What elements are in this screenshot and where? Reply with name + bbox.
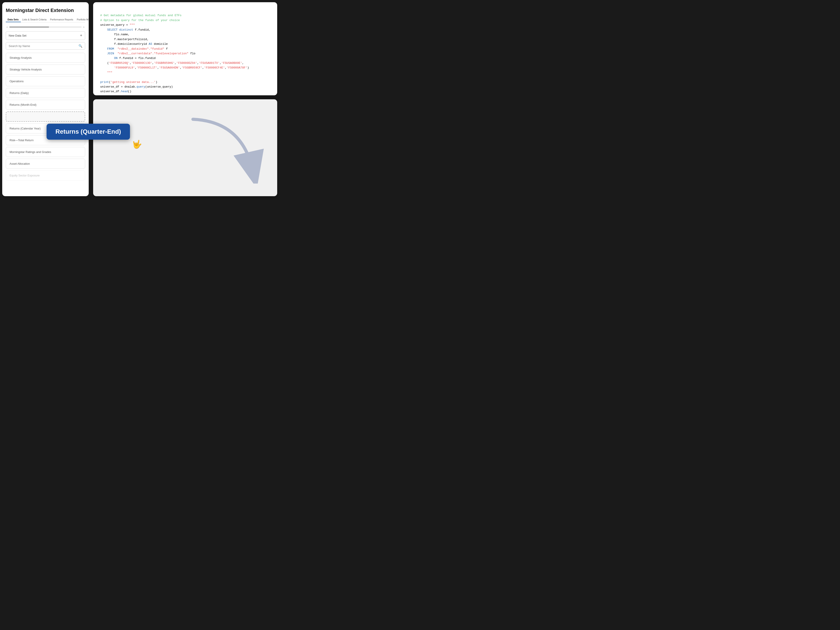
list-item[interactable]: Strategy Vehicle Analysis: [6, 65, 85, 74]
code-comment1: # Get metadata for global mutual funds a…: [100, 14, 182, 17]
code-panel: # Get metadata for global mutual funds a…: [93, 2, 277, 95]
new-dataset-button[interactable]: New Data Set +: [6, 31, 85, 40]
scroll-right-arrow[interactable]: ›: [82, 25, 85, 29]
tab-underline: [6, 22, 21, 22]
code-line4: f.masterportfolioid,: [100, 38, 148, 41]
tab-performance[interactable]: Performance Reports: [48, 17, 75, 22]
tabs-row: Data Sets Lists & Search Criteria Perfor…: [6, 17, 85, 22]
tab-lists[interactable]: Lists & Search Criteria: [21, 17, 48, 22]
list-item[interactable]: Returns (Daily): [6, 88, 85, 98]
code-line12: print('getting universe data...'): [100, 80, 157, 84]
scroll-track-h: [9, 27, 82, 27]
code-line14: universe_df.head(): [100, 90, 131, 93]
list-item[interactable]: Asset Allocation: [6, 159, 85, 169]
scroll-bar-row: ‹ ›: [6, 25, 85, 29]
scroll-left-arrow[interactable]: ‹: [6, 25, 8, 29]
tab-portfolio[interactable]: Portfolio M...: [75, 17, 89, 22]
code-block: # Get metadata for global mutual funds a…: [100, 8, 270, 95]
list-item[interactable]: Operations: [6, 76, 85, 86]
code-line8: ON f.fundid = flo.fundid: [100, 57, 156, 60]
list-item[interactable]: Returns (Month-End): [6, 100, 85, 110]
code-line11: """: [100, 71, 112, 74]
search-icon: 🔍: [79, 44, 82, 48]
dataset-list: Strategy Analysis Strategy Vehicle Analy…: [6, 53, 85, 180]
list-item[interactable]: Strategy Analysis: [6, 53, 85, 63]
left-panel: Morningstar Direct Extension Data Sets L…: [2, 2, 89, 196]
list-item[interactable]: Equity Sector Exposure: [6, 170, 85, 180]
new-dataset-label: New Data Set: [9, 34, 26, 37]
code-line5: f.domicilecountryid AS domicile: [100, 43, 167, 46]
code-line9: ('FSGBR0520Q','FS0000C13O','FSGBR059HG',…: [100, 61, 244, 65]
search-input[interactable]: [9, 44, 79, 48]
code-line7: JOIN "rdbv2__currentdata"."fundleveloper…: [100, 52, 195, 55]
search-row[interactable]: 🔍: [6, 42, 85, 50]
code-line6: FROM "rdbv2__dataindex"."fundid" f: [100, 47, 167, 50]
cursor-hand-icon: 🤟: [132, 140, 142, 149]
scroll-thumb-h: [9, 27, 49, 27]
code-line2: SELECT distinct f.fundid,: [100, 28, 150, 32]
drag-tooltip: Returns (Quarter-End): [47, 124, 130, 140]
plus-icon: +: [80, 33, 82, 38]
code-line10: 'FS0000FUL9','FS0000CL1T','FSUSA004DN','…: [100, 66, 249, 69]
code-line13: universe_df = dnalab.query(universe_quer…: [100, 85, 173, 88]
code-line1: universe_query = """: [100, 23, 135, 27]
code-comment2: # Option to query for the funds of your …: [100, 19, 180, 22]
bottom-panel: [93, 99, 277, 196]
curved-arrow: [180, 113, 264, 184]
code-line3: flo.name,: [100, 33, 130, 36]
list-item[interactable]: Morningstar Ratings and Grades: [6, 147, 85, 157]
app-title: Morningstar Direct Extension: [6, 8, 85, 13]
drag-placeholder: [6, 112, 85, 122]
tab-datasets[interactable]: Data Sets: [6, 17, 21, 22]
